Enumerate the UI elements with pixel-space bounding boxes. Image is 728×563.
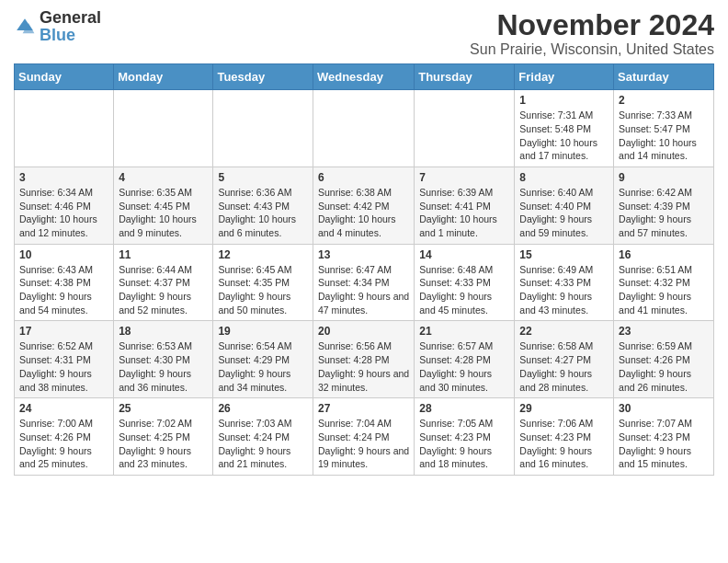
day-number: 30: [619, 402, 709, 415]
calendar-week-4: 24Sunrise: 7:00 AMSunset: 4:26 PMDayligh…: [15, 398, 714, 476]
calendar-cell: [114, 90, 213, 167]
day-number: 20: [318, 325, 409, 338]
day-info: Sunrise: 6:43 AMSunset: 4:38 PMDaylight:…: [19, 263, 108, 317]
col-tuesday: Tuesday: [213, 64, 313, 90]
day-number: 19: [218, 325, 308, 338]
day-info: Sunrise: 7:06 AMSunset: 4:23 PMDaylight:…: [519, 417, 609, 471]
col-wednesday: Wednesday: [313, 64, 414, 90]
day-number: 9: [619, 171, 709, 184]
day-number: 16: [619, 248, 709, 261]
calendar-cell: 8Sunrise: 6:40 AMSunset: 4:40 PMDaylight…: [515, 167, 614, 244]
calendar-cell: 6Sunrise: 6:38 AMSunset: 4:42 PMDaylight…: [313, 167, 414, 244]
day-number: 21: [419, 325, 509, 338]
calendar-week-1: 3Sunrise: 6:34 AMSunset: 4:46 PMDaylight…: [15, 167, 714, 244]
day-number: 27: [318, 402, 409, 415]
day-number: 13: [318, 248, 409, 261]
day-info: Sunrise: 7:00 AMSunset: 4:26 PMDaylight:…: [19, 417, 108, 471]
day-number: 1: [519, 94, 609, 107]
calendar-cell: [15, 90, 114, 167]
calendar-week-0: 1Sunrise: 7:31 AMSunset: 5:48 PMDaylight…: [15, 90, 714, 167]
day-info: Sunrise: 6:45 AMSunset: 4:35 PMDaylight:…: [218, 263, 308, 317]
calendar-cell: 19Sunrise: 6:54 AMSunset: 4:29 PMDayligh…: [213, 321, 313, 398]
calendar-week-2: 10Sunrise: 6:43 AMSunset: 4:38 PMDayligh…: [15, 244, 714, 321]
day-info: Sunrise: 6:35 AMSunset: 4:45 PMDaylight:…: [119, 186, 208, 240]
day-number: 14: [419, 248, 509, 261]
day-info: Sunrise: 7:31 AMSunset: 5:48 PMDaylight:…: [519, 109, 609, 163]
calendar-cell: [415, 90, 515, 167]
day-number: 4: [119, 171, 208, 184]
day-number: 17: [19, 325, 108, 338]
day-info: Sunrise: 6:49 AMSunset: 4:33 PMDaylight:…: [519, 263, 609, 317]
day-number: 22: [519, 325, 609, 338]
day-number: 3: [19, 171, 108, 184]
title-block: November 2024 Sun Prairie, Wisconsin, Un…: [470, 9, 714, 58]
day-info: Sunrise: 7:05 AMSunset: 4:23 PMDaylight:…: [419, 417, 509, 471]
col-friday: Friday: [515, 64, 614, 90]
calendar-cell: 24Sunrise: 7:00 AMSunset: 4:26 PMDayligh…: [15, 398, 114, 476]
page-header: General Blue November 2024 Sun Prairie, …: [14, 9, 714, 58]
calendar-cell: 23Sunrise: 6:59 AMSunset: 4:26 PMDayligh…: [614, 321, 714, 398]
day-info: Sunrise: 6:59 AMSunset: 4:26 PMDaylight:…: [619, 339, 709, 394]
day-info: Sunrise: 6:54 AMSunset: 4:29 PMDaylight:…: [218, 339, 308, 394]
calendar-cell: [213, 90, 313, 167]
day-info: Sunrise: 6:40 AMSunset: 4:40 PMDaylight:…: [519, 186, 609, 240]
col-sunday: Sunday: [15, 64, 114, 90]
day-info: Sunrise: 6:53 AMSunset: 4:30 PMDaylight:…: [119, 339, 208, 394]
day-info: Sunrise: 6:58 AMSunset: 4:27 PMDaylight:…: [519, 339, 609, 394]
calendar-cell: 20Sunrise: 6:56 AMSunset: 4:28 PMDayligh…: [313, 321, 414, 398]
calendar-header-row: Sunday Monday Tuesday Wednesday Thursday…: [15, 64, 714, 90]
calendar-cell: 11Sunrise: 6:44 AMSunset: 4:37 PMDayligh…: [114, 244, 213, 321]
calendar-cell: 13Sunrise: 6:47 AMSunset: 4:34 PMDayligh…: [313, 244, 414, 321]
calendar-cell: 5Sunrise: 6:36 AMSunset: 4:43 PMDaylight…: [213, 167, 313, 244]
calendar-cell: 16Sunrise: 6:51 AMSunset: 4:32 PMDayligh…: [614, 244, 714, 321]
day-info: Sunrise: 6:47 AMSunset: 4:34 PMDaylight:…: [318, 263, 409, 317]
logo: General Blue: [14, 9, 101, 44]
day-number: 28: [419, 402, 509, 415]
calendar-cell: 1Sunrise: 7:31 AMSunset: 5:48 PMDaylight…: [515, 90, 614, 167]
calendar-cell: 30Sunrise: 7:07 AMSunset: 4:23 PMDayligh…: [614, 398, 714, 476]
day-info: Sunrise: 6:57 AMSunset: 4:28 PMDaylight:…: [419, 339, 509, 394]
logo-icon: [14, 16, 36, 38]
calendar-cell: 12Sunrise: 6:45 AMSunset: 4:35 PMDayligh…: [213, 244, 313, 321]
calendar-cell: 26Sunrise: 7:03 AMSunset: 4:24 PMDayligh…: [213, 398, 313, 476]
day-number: 18: [119, 325, 208, 338]
day-number: 2: [619, 94, 709, 107]
calendar-cell: 27Sunrise: 7:04 AMSunset: 4:24 PMDayligh…: [313, 398, 414, 476]
day-info: Sunrise: 7:02 AMSunset: 4:25 PMDaylight:…: [119, 417, 208, 471]
col-saturday: Saturday: [614, 64, 714, 90]
day-number: 12: [218, 248, 308, 261]
calendar-table: Sunday Monday Tuesday Wednesday Thursday…: [14, 63, 714, 476]
day-number: 10: [19, 248, 108, 261]
day-number: 25: [119, 402, 208, 415]
day-number: 5: [218, 171, 308, 184]
day-info: Sunrise: 6:42 AMSunset: 4:39 PMDaylight:…: [619, 186, 709, 240]
subtitle: Sun Prairie, Wisconsin, United States: [470, 41, 714, 58]
day-info: Sunrise: 7:07 AMSunset: 4:23 PMDaylight:…: [619, 417, 709, 471]
calendar-cell: [313, 90, 414, 167]
logo-blue: Blue: [40, 26, 75, 44]
day-number: 29: [519, 402, 609, 415]
calendar-cell: 28Sunrise: 7:05 AMSunset: 4:23 PMDayligh…: [415, 398, 515, 476]
day-info: Sunrise: 6:48 AMSunset: 4:33 PMDaylight:…: [419, 263, 509, 317]
day-number: 23: [619, 325, 709, 338]
day-info: Sunrise: 6:44 AMSunset: 4:37 PMDaylight:…: [119, 263, 208, 317]
calendar-cell: 14Sunrise: 6:48 AMSunset: 4:33 PMDayligh…: [415, 244, 515, 321]
day-info: Sunrise: 7:33 AMSunset: 5:47 PMDaylight:…: [619, 109, 709, 163]
calendar-cell: 3Sunrise: 6:34 AMSunset: 4:46 PMDaylight…: [15, 167, 114, 244]
day-info: Sunrise: 6:36 AMSunset: 4:43 PMDaylight:…: [218, 186, 308, 240]
day-number: 26: [218, 402, 308, 415]
col-thursday: Thursday: [415, 64, 515, 90]
calendar-cell: 17Sunrise: 6:52 AMSunset: 4:31 PMDayligh…: [15, 321, 114, 398]
day-number: 7: [419, 171, 509, 184]
main-title: November 2024: [470, 9, 714, 41]
day-number: 11: [119, 248, 208, 261]
day-info: Sunrise: 6:38 AMSunset: 4:42 PMDaylight:…: [318, 186, 409, 240]
calendar-cell: 29Sunrise: 7:06 AMSunset: 4:23 PMDayligh…: [515, 398, 614, 476]
day-info: Sunrise: 7:04 AMSunset: 4:24 PMDaylight:…: [318, 417, 409, 471]
day-number: 15: [519, 248, 609, 261]
day-info: Sunrise: 6:39 AMSunset: 4:41 PMDaylight:…: [419, 186, 509, 240]
day-info: Sunrise: 6:52 AMSunset: 4:31 PMDaylight:…: [19, 339, 108, 394]
day-number: 6: [318, 171, 409, 184]
calendar-cell: 10Sunrise: 6:43 AMSunset: 4:38 PMDayligh…: [15, 244, 114, 321]
day-info: Sunrise: 6:56 AMSunset: 4:28 PMDaylight:…: [318, 339, 409, 394]
